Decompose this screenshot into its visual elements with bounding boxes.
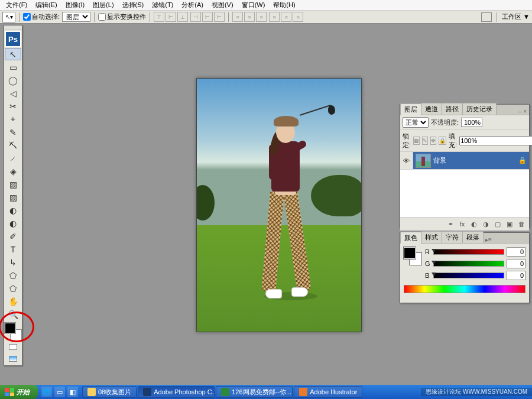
history-brush-tool[interactable]: ◈: [5, 165, 21, 177]
document-canvas[interactable]: [196, 78, 362, 332]
path-select-tool[interactable]: ↳: [5, 256, 21, 268]
align-bottom-icon[interactable]: ⊥: [177, 12, 188, 22]
blend-mode-select[interactable]: 正常: [403, 117, 429, 128]
type-tool[interactable]: T: [5, 243, 21, 255]
layer-name[interactable]: 背景: [433, 156, 518, 165]
lock-all-icon[interactable]: 🔒: [439, 137, 446, 145]
menu-image[interactable]: 图像(I): [62, 0, 88, 10]
align-left-icon[interactable]: ⊣: [190, 12, 201, 22]
tab-paths[interactable]: 路径: [442, 103, 463, 115]
fill-input[interactable]: [459, 136, 532, 145]
tab-paragraph[interactable]: 段落: [462, 231, 484, 243]
auto-select-input[interactable]: [23, 13, 31, 21]
g-slider[interactable]: [433, 261, 504, 267]
menu-view[interactable]: 视图(V): [208, 0, 237, 10]
panel-fg-swatch[interactable]: [404, 247, 416, 259]
menu-select[interactable]: 选择(S): [119, 0, 148, 10]
panel-menu-icon[interactable]: ▸≡: [483, 236, 494, 243]
notes-tool[interactable]: ⬠: [5, 282, 21, 294]
align-top-icon[interactable]: ⊤: [154, 12, 164, 22]
dodge-tool[interactable]: ◐: [5, 217, 21, 229]
new-layer-icon[interactable]: ▣: [504, 219, 515, 229]
eyedropper-tool[interactable]: ⌖: [5, 113, 21, 125]
zoom-tool[interactable]: 🔍: [5, 308, 21, 320]
eraser-tool[interactable]: ▨: [5, 178, 21, 190]
quick-launch-icon[interactable]: ▭: [54, 387, 65, 397]
crop-tool[interactable]: ✂: [5, 100, 21, 112]
b-input[interactable]: [507, 271, 525, 280]
tab-color[interactable]: 颜色: [400, 232, 421, 244]
tab-character[interactable]: 字符: [442, 231, 463, 243]
layer-list[interactable]: 👁 背景 🔒: [400, 152, 529, 217]
healing-brush-tool[interactable]: ✎: [5, 126, 21, 138]
show-transform-checkbox[interactable]: 显示变换控件: [98, 12, 146, 21]
menu-window[interactable]: 窗口(W): [238, 0, 269, 10]
taskbar-item[interactable]: 08收集图片: [82, 386, 137, 398]
dist-top-icon[interactable]: ≡: [232, 12, 243, 22]
adjustment-layer-icon[interactable]: ◑: [481, 219, 491, 229]
marquee-tool[interactable]: ▭: [5, 61, 21, 73]
opacity-input[interactable]: [461, 118, 482, 127]
align-hcenter-icon[interactable]: ⊢: [202, 12, 213, 22]
lock-transparent-icon[interactable]: ▦: [413, 137, 420, 145]
lasso-tool[interactable]: ◯: [5, 74, 21, 86]
hand-tool[interactable]: ✋: [5, 295, 21, 307]
menu-help[interactable]: 帮助(H): [270, 0, 299, 10]
layer-mask-icon[interactable]: ◐: [469, 219, 479, 229]
layer-group-icon[interactable]: ▢: [492, 219, 503, 229]
quick-launch-icon[interactable]: 🌐: [41, 387, 52, 397]
quick-mask-toggle[interactable]: [5, 342, 21, 352]
layer-style-icon[interactable]: fx: [457, 219, 468, 229]
lock-pixels-icon[interactable]: ✎: [422, 137, 428, 145]
lock-position-icon[interactable]: ✥: [430, 137, 436, 145]
quick-launch-icon[interactable]: ◧: [67, 387, 78, 397]
r-input[interactable]: [507, 247, 525, 257]
blur-tool[interactable]: ◐: [5, 204, 21, 216]
color-spectrum[interactable]: [404, 285, 525, 293]
tab-history[interactable]: 历史记录: [462, 103, 497, 115]
dist-bottom-icon[interactable]: ≡: [256, 12, 267, 22]
menu-layer[interactable]: 图层(L): [89, 0, 117, 10]
g-input[interactable]: [507, 259, 525, 268]
align-right-icon[interactable]: ⊢: [214, 12, 225, 22]
dist-left-icon[interactable]: ≡: [269, 12, 280, 22]
foreground-color-swatch[interactable]: [5, 323, 15, 333]
align-vcenter-icon[interactable]: ⊢: [166, 12, 176, 22]
menu-edit[interactable]: 编辑(E): [32, 0, 61, 10]
tab-channels[interactable]: 通道: [421, 103, 442, 115]
delete-layer-icon[interactable]: 🗑: [516, 219, 527, 229]
clone-stamp-tool[interactable]: ⟋: [5, 152, 21, 164]
menu-filter[interactable]: 滤镜(T): [148, 0, 177, 10]
quick-select-tool[interactable]: ◁: [5, 87, 21, 99]
tab-swatches[interactable]: 样式: [421, 231, 442, 243]
show-transform-input[interactable]: [98, 13, 106, 21]
taskbar-item[interactable]: 126网易免费邮--你...: [216, 386, 293, 398]
pen-tool[interactable]: ✐: [5, 230, 21, 242]
dist-vcenter-icon[interactable]: ≡: [244, 12, 255, 22]
taskbar-item[interactable]: Adobe Illustrator: [294, 386, 362, 398]
menu-file[interactable]: 文件(F): [2, 0, 31, 10]
dist-right-icon[interactable]: ≡: [293, 12, 303, 22]
layer-row-background[interactable]: 👁 背景 🔒: [400, 152, 529, 170]
start-button[interactable]: 开始: [0, 385, 38, 399]
r-slider[interactable]: [433, 249, 504, 255]
auto-select-checkbox[interactable]: 自动选择:: [23, 12, 60, 21]
brush-tool[interactable]: ⛏: [5, 139, 21, 151]
panel-minimize-icon[interactable]: – ×: [516, 108, 529, 115]
layer-visibility-icon[interactable]: 👁: [400, 152, 413, 169]
layer-thumbnail[interactable]: [416, 154, 431, 168]
b-slider[interactable]: [433, 273, 504, 278]
menu-analysis[interactable]: 分析(A): [178, 0, 207, 10]
move-tool[interactable]: ↖: [5, 48, 21, 60]
auto-select-target[interactable]: 图层: [62, 12, 90, 22]
tool-preset-picker[interactable]: ↖▾: [2, 12, 15, 22]
taskbar-item[interactable]: Adobe Photoshop C...: [138, 386, 215, 398]
shape-tool[interactable]: ⬠: [5, 269, 21, 281]
link-layers-icon[interactable]: ⚭: [445, 219, 456, 229]
tab-layers[interactable]: 图层: [400, 103, 421, 115]
screen-mode-toggle[interactable]: [5, 353, 21, 364]
dist-hcenter-icon[interactable]: ≡: [281, 12, 291, 22]
gradient-tool[interactable]: ▨: [5, 191, 21, 203]
toolbox-grip[interactable]: [4, 25, 22, 30]
go-to-bridge-icon[interactable]: [481, 12, 492, 22]
